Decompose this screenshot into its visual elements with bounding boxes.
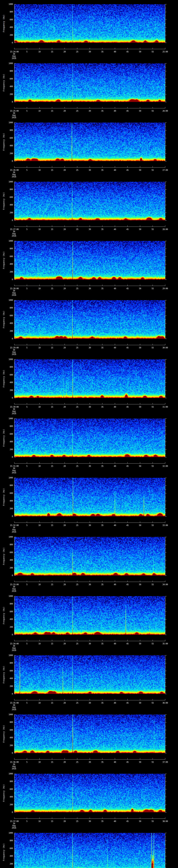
spectrogram-canvas <box>14 478 165 516</box>
date-line: Aug <box>12 588 16 590</box>
x-tick-label: 45 <box>126 228 128 230</box>
x-tick-label: 5 <box>26 346 27 349</box>
x-tick-label: 50 <box>139 583 141 586</box>
x-tick-label: 40 <box>114 406 116 408</box>
spectrogram-panel-153200: Frequency (Hz) 02004006008001000 5101520… <box>0 478 178 537</box>
y-tick-label: 800 <box>0 307 13 309</box>
date-line: Aug <box>12 825 16 827</box>
y-tick-label: 400 <box>0 322 13 324</box>
x-tick-label: 20 <box>63 406 65 408</box>
x-tick-label: 45 <box>126 820 128 823</box>
x-tick-label: 55 <box>151 287 153 290</box>
date-line: 2016 <box>12 117 16 119</box>
x-tick-label: 35 <box>101 702 103 704</box>
x-tick-label: 25 <box>76 524 78 527</box>
date-line: Aug <box>12 114 16 116</box>
x-tick-label: 40 <box>114 169 116 172</box>
x-start-time-label: 15:25:00 <box>10 110 19 112</box>
spectrogram-panel-153400: Frequency (Hz) 02004006008001000 5101520… <box>0 596 178 655</box>
x-tick-label: 35 <box>101 287 103 290</box>
x-tick-label: 35 <box>101 169 103 172</box>
x-tick-label: 40 <box>114 346 116 349</box>
x-end-time-label: 38:00 <box>162 820 168 823</box>
x-tick-label: 20 <box>63 169 65 172</box>
spectrogram-canvas <box>14 655 165 694</box>
y-tick-label: 800 <box>0 780 13 783</box>
x-end-time-label: 33:00 <box>162 524 168 527</box>
x-tick-label: 45 <box>126 169 128 172</box>
x-tick-label: 20 <box>63 643 65 645</box>
x-tick-label: 50 <box>139 465 141 467</box>
y-tick-label: 800 <box>0 70 13 72</box>
x-tick-label: 55 <box>151 228 153 230</box>
x-tick-label: 50 <box>139 228 141 230</box>
spectrogram-panel-153300: Frequency (Hz) 02004006008001000 5101520… <box>0 537 178 596</box>
y-tick-label: 200 <box>0 863 13 865</box>
y-tick-label: 600 <box>0 137 13 139</box>
x-tick-label: 15 <box>51 583 53 586</box>
date-line: 2016 <box>12 649 16 651</box>
spectrogram-canvas <box>14 241 165 279</box>
y-tick-label: 1000 <box>0 121 13 124</box>
y-tick-label: 0 <box>0 633 13 636</box>
x-tick-label: 10 <box>38 820 40 823</box>
y-tick-label: 1000 <box>0 299 13 301</box>
x-tick-label: 15 <box>51 820 53 823</box>
x-tick-label: 50 <box>139 287 141 290</box>
x-tick-label: 55 <box>151 583 153 586</box>
x-tick-label: 15 <box>51 228 53 230</box>
x-tick-label: 45 <box>126 346 128 349</box>
x-tick-label: 40 <box>114 465 116 467</box>
spectrogram-canvas <box>14 418 165 457</box>
y-tick-label: 600 <box>0 551 13 554</box>
x-tick-label: 10 <box>38 761 40 763</box>
y-tick-label: 600 <box>0 729 13 731</box>
date-line: 2016 <box>12 176 16 178</box>
x-tick-label: 35 <box>101 51 103 53</box>
y-axis-title: Frequency (Hz) <box>3 74 5 91</box>
date-line: Aug <box>12 232 16 235</box>
y-axis-title: Frequency (Hz) <box>3 192 5 210</box>
x-tick-label: 55 <box>151 406 153 408</box>
date-label: 30Aug2016 <box>12 53 16 59</box>
x-tick-label: 10 <box>38 51 40 53</box>
x-tick-label: 35 <box>101 406 103 408</box>
y-tick-label: 200 <box>0 567 13 569</box>
x-tick-label: 20 <box>63 465 65 467</box>
y-tick-label: 400 <box>0 855 13 857</box>
spectrogram-canvas <box>14 63 165 102</box>
y-tick-label: 200 <box>0 93 13 95</box>
y-tick-label: 1000 <box>0 832 13 834</box>
spectrogram-canvas <box>14 4 165 43</box>
y-tick-label: 600 <box>0 255 13 258</box>
y-tick-label: 200 <box>0 152 13 155</box>
y-tick-label: 200 <box>0 389 13 392</box>
x-tick-label: 10 <box>38 524 40 527</box>
x-tick-label: 25 <box>76 110 78 112</box>
x-tick-label: 20 <box>63 287 65 290</box>
x-tick-label: 35 <box>101 761 103 763</box>
x-tick-label: 20 <box>63 110 65 112</box>
x-tick-label: 25 <box>76 465 78 467</box>
y-axis-title: Frequency (Hz) <box>3 488 5 506</box>
date-label: 30Aug2016 <box>12 172 16 178</box>
x-tick-label: 10 <box>38 287 40 290</box>
x-tick-label: 55 <box>151 110 153 112</box>
x-tick-label: 5 <box>26 287 27 290</box>
y-tick-label: 200 <box>0 448 13 451</box>
x-tick-label: 25 <box>76 702 78 704</box>
spectrogram-canvas <box>14 182 165 220</box>
spectrogram-panel-153000: Frequency (Hz) 02004006008001000 5101520… <box>0 359 178 418</box>
spectrogram-canvas <box>14 300 165 339</box>
spectrogram-page: { "figure": { "background": "#000000", "… <box>0 0 178 868</box>
x-end-time-label: 35:00 <box>162 643 168 645</box>
y-tick-label: 800 <box>0 129 13 131</box>
y-tick-label: 0 <box>0 574 13 577</box>
date-label: 30Aug2016 <box>12 230 16 237</box>
y-tick-label: 600 <box>0 610 13 613</box>
x-tick-label: 55 <box>151 524 153 527</box>
y-tick-label: 400 <box>0 736 13 739</box>
date-label: 30Aug2016 <box>12 645 16 651</box>
x-end-time-label: 29:00 <box>162 287 168 290</box>
x-tick-label: 55 <box>151 169 153 172</box>
